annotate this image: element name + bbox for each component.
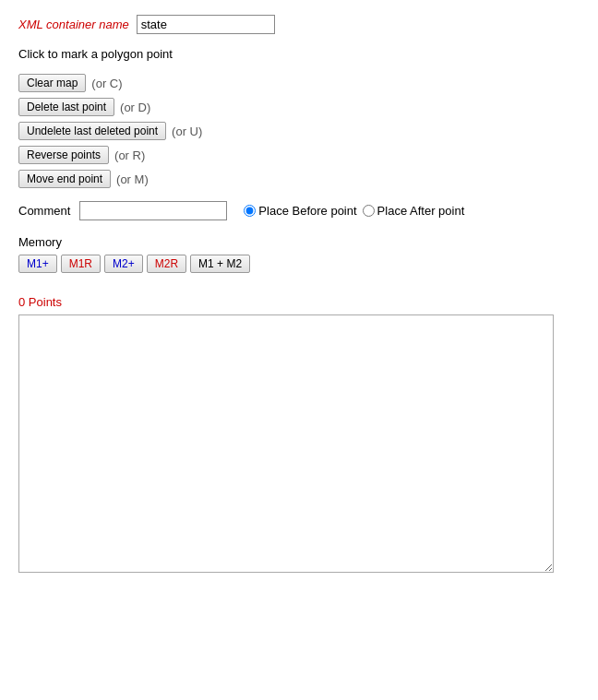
undelete-last-deleted-row: Undelete last deleted point (or U) bbox=[18, 122, 580, 140]
m1r-button[interactable]: M1R bbox=[61, 255, 101, 273]
delete-last-point-button[interactable]: Delete last point bbox=[18, 98, 114, 116]
clear-map-row: Clear map (or C) bbox=[18, 74, 580, 92]
comment-label: Comment bbox=[18, 204, 70, 218]
points-textarea[interactable] bbox=[18, 314, 554, 573]
move-end-point-row: Move end point (or M) bbox=[18, 170, 580, 188]
place-before-text: Place Before point bbox=[258, 204, 356, 218]
m1m2-button[interactable]: M1 + M2 bbox=[190, 255, 250, 273]
instruction-text: Click to mark a polygon point bbox=[18, 47, 580, 61]
radio-group: Place Before point Place After point bbox=[244, 204, 464, 218]
move-end-point-button[interactable]: Move end point bbox=[18, 170, 111, 188]
points-section: 0 Points bbox=[18, 295, 580, 573]
xml-container-row: XML container name bbox=[18, 15, 580, 34]
comment-input[interactable] bbox=[79, 201, 227, 220]
xml-container-input[interactable] bbox=[137, 15, 275, 34]
undelete-last-deleted-button[interactable]: Undelete last deleted point bbox=[18, 122, 166, 140]
clear-map-shortcut: (or C) bbox=[91, 77, 122, 90]
xml-container-label: XML container name bbox=[18, 18, 129, 31]
reverse-points-row: Reverse points (or R) bbox=[18, 146, 580, 164]
memory-buttons: M1+ M1R M2+ M2R M1 + M2 bbox=[18, 255, 580, 273]
delete-last-point-shortcut: (or D) bbox=[120, 101, 150, 114]
place-after-text: Place After point bbox=[377, 204, 465, 218]
undelete-last-deleted-shortcut: (or U) bbox=[172, 125, 202, 138]
place-after-label[interactable]: Place After point bbox=[363, 204, 465, 218]
comment-row: Comment Place Before point Place After p… bbox=[18, 201, 580, 220]
memory-title: Memory bbox=[18, 235, 580, 249]
buttons-section: Clear map (or C) Delete last point (or D… bbox=[18, 74, 580, 188]
reverse-points-shortcut: (or R) bbox=[114, 148, 145, 162]
clear-map-button[interactable]: Clear map bbox=[18, 74, 86, 92]
place-after-radio[interactable] bbox=[363, 205, 375, 217]
reverse-points-button[interactable]: Reverse points bbox=[18, 146, 109, 164]
points-label: 0 Points bbox=[18, 295, 580, 309]
delete-last-point-row: Delete last point (or D) bbox=[18, 98, 580, 116]
m1plus-button[interactable]: M1+ bbox=[18, 255, 57, 273]
place-before-label[interactable]: Place Before point bbox=[244, 204, 356, 218]
m2r-button[interactable]: M2R bbox=[147, 255, 186, 273]
place-before-radio[interactable] bbox=[244, 205, 256, 217]
m2plus-button[interactable]: M2+ bbox=[104, 255, 143, 273]
memory-section: Memory M1+ M1R M2+ M2R M1 + M2 bbox=[18, 235, 580, 273]
move-end-point-shortcut: (or M) bbox=[116, 172, 149, 186]
